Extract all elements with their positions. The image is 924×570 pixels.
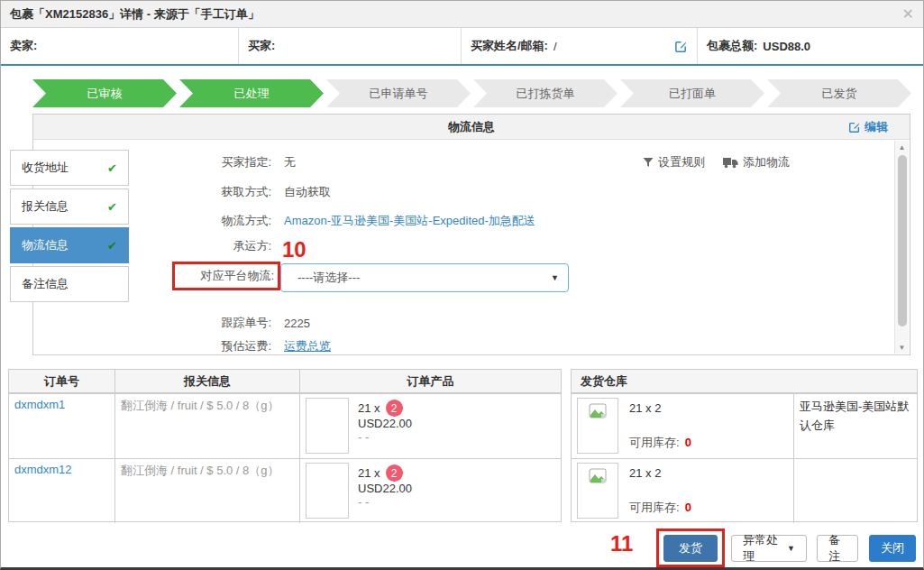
qty-badge: 2 — [386, 400, 403, 417]
tab-shipping-address[interactable]: 收货地址 ✔ — [10, 150, 129, 186]
buyer-cell: 买家: — [238, 28, 461, 64]
annotation-10: 10 — [282, 237, 306, 262]
status-progress-bar: 已审核 已处理 已申请单号 已打拣货单 已打面单 已发货 — [32, 79, 911, 107]
check-icon: ✔ — [107, 161, 117, 175]
tab-logistics-info[interactable]: 物流信息 ✔ — [10, 227, 129, 263]
dialog-titlebar: 包裹「XM2152836」详情 - 来源于「手工订单」 ✕ — [1, 1, 923, 28]
progress-step-processed: 已处理 — [179, 79, 324, 107]
product-qty: 21 x — [358, 401, 380, 415]
product-price: USD22.00 — [358, 417, 412, 430]
logistics-method-link[interactable]: Amazon-亚马逊美国-美国站-Expedited-加急配送 — [284, 213, 535, 229]
edit-buyer-icon[interactable] — [674, 40, 688, 53]
product-qty: 21 x — [358, 466, 380, 480]
table-row-2-customs: 翻江倒海 / fruit / $ 5.0 / 8（g） — [114, 458, 299, 523]
stock-value: 0 — [685, 436, 691, 449]
warehouse-table: 发货仓库 21 x 2 可用库存:0 亚马逊美国-美国站默认仓库 21 x 2 … — [571, 369, 918, 522]
exception-handling-button[interactable]: 异常处理 ▼ — [731, 535, 807, 562]
close-icon[interactable]: ✕ — [902, 5, 914, 23]
progress-step-reviewed: 已审核 — [32, 79, 177, 107]
progress-step-number-applied: 已申请单号 — [326, 79, 471, 107]
set-rules-button[interactable]: 设置规则 — [643, 154, 705, 170]
platform-logistics-selected-value: ----请选择--- — [297, 270, 360, 286]
package-total-value: USD88.0 — [763, 40, 810, 53]
platform-logistics-select[interactable]: ----请选择--- ▼ — [280, 263, 569, 292]
caret-down-icon: ▼ — [787, 544, 795, 553]
buyer-specified-row: 买家指定: 无 — [145, 154, 296, 170]
warehouse-header: 发货仓库 — [572, 370, 917, 393]
buyer-contact-label: 买家姓名/邮箱: — [471, 38, 548, 54]
product-dashes: - - — [358, 495, 412, 509]
tracking-number-value: 2225 — [284, 317, 310, 330]
scrollbar-thumb[interactable] — [898, 155, 907, 326]
platform-logistics-label-highlight: 对应平台物流: — [172, 262, 280, 290]
progress-step-label-printed: 已打面单 — [620, 79, 764, 107]
tracking-number-row: 跟踪单号: 2225 — [145, 315, 310, 331]
add-logistics-button[interactable]: 添加物流 — [723, 154, 790, 170]
close-button[interactable]: 关闭 — [869, 535, 916, 562]
edit-logistics-button[interactable]: 编辑 — [848, 119, 888, 135]
product-image-placeholder — [306, 463, 349, 519]
buyer-contact-value: / — [553, 40, 557, 53]
warehouse-qty: 21 x 2 — [629, 401, 661, 415]
panel-scrollbar[interactable]: ▲ ▼ — [894, 141, 909, 354]
fetch-method-row: 获取方式: 自动获取 — [145, 184, 331, 200]
buyer-specified-label: 买家指定: — [145, 154, 271, 170]
warehouse-qty: 21 x 2 — [629, 466, 661, 480]
seller-label: 卖家: — [10, 38, 37, 54]
filter-icon — [643, 157, 654, 168]
logistics-panel-title: 物流信息 — [448, 119, 495, 135]
logistics-actions: 设置规则 添加物流 — [643, 154, 790, 170]
remark-button[interactable]: 备注 — [817, 535, 858, 562]
table-row-1-customs: 翻江倒海 / fruit / $ 5.0 / 8（g） — [114, 393, 299, 458]
tab-customs-info[interactable]: 报关信息 ✔ — [10, 188, 129, 225]
buyer-label: 买家: — [248, 38, 275, 54]
scroll-down-icon[interactable]: ▼ — [899, 341, 906, 354]
carrier-label: 承运方: — [145, 238, 271, 254]
order-link[interactable]: dxmdxm12 — [14, 463, 72, 476]
available-stock: 可用库存:0 — [629, 435, 691, 451]
total-cell: 包裹总额: USD88.0 — [697, 28, 923, 64]
caret-down-icon: ▼ — [551, 273, 559, 282]
warehouse-row-1-name: 亚马逊美国-美国站默认仓库 — [793, 393, 917, 458]
section-tabs: 收货地址 ✔ 报关信息 ✔ 物流信息 ✔ 备注信息 — [10, 150, 129, 305]
fetch-method-value: 自动获取 — [284, 184, 331, 200]
tracking-number-label: 跟踪单号: — [145, 315, 271, 331]
freight-overview-link[interactable]: 运费总览 — [284, 338, 331, 354]
logistics-method-label: 物流方式: — [145, 213, 271, 229]
progress-step-picking-printed: 已打拣货单 — [473, 79, 618, 107]
truck-icon — [723, 157, 738, 169]
table-row-1-order-no: dxmdxm1 — [9, 393, 114, 458]
warehouse-row-1-item: 21 x 2 可用库存:0 — [572, 393, 793, 458]
table-row-2-order-no: dxmdxm12 — [9, 458, 114, 523]
available-stock: 可用库存:0 — [629, 500, 691, 516]
product-dashes: - - — [358, 430, 412, 444]
table-row-2-product: 21 x 2 USD22.00 - - — [299, 458, 561, 523]
col-order-no: 订单号 — [9, 370, 114, 393]
col-order-product: 订单产品 — [299, 370, 561, 393]
buyer-contact-cell: 买家姓名/邮箱: / — [461, 28, 697, 64]
package-total-label: 包裹总额: — [707, 38, 757, 54]
scroll-up-icon[interactable]: ▲ — [899, 141, 906, 153]
product-image-placeholder — [306, 398, 349, 454]
seller-cell: 卖家: — [1, 28, 238, 64]
orders-table: 订单号 报关信息 订单产品 dxmdxm1 翻江倒海 / fruit / $ 5… — [8, 369, 562, 522]
broken-image-icon — [577, 398, 618, 454]
check-icon: ✔ — [107, 200, 117, 214]
fetch-method-label: 获取方式: — [145, 184, 271, 200]
progress-step-shipped: 已发货 — [767, 79, 911, 107]
check-icon: ✔ — [107, 239, 117, 253]
col-customs-info: 报关信息 — [114, 370, 299, 393]
buyer-specified-value: 无 — [284, 154, 296, 170]
annotation-11: 11 — [610, 531, 633, 556]
dialog-title: 包裹「XM2152836」详情 - 来源于「手工订单」 — [10, 6, 260, 23]
warehouse-row-2-item: 21 x 2 可用库存:0 — [572, 458, 793, 523]
logistics-method-row: 物流方式: Amazon-亚马逊美国-美国站-Expedited-加急配送 — [145, 213, 535, 229]
qty-badge: 2 — [386, 464, 403, 482]
tab-remark-info[interactable]: 备注信息 — [10, 266, 129, 302]
table-row-1-product: 21 x 2 USD22.00 - - — [299, 393, 561, 458]
stock-value: 0 — [685, 501, 691, 514]
freight-row: 预估运费: 运费总览 — [145, 338, 331, 354]
order-link[interactable]: dxmdxm1 — [14, 398, 65, 411]
package-detail-dialog: 包裹「XM2152836」详情 - 来源于「手工订单」 ✕ 卖家: 买家: 买家… — [0, 0, 924, 570]
ship-button[interactable]: 发货 — [663, 535, 718, 562]
